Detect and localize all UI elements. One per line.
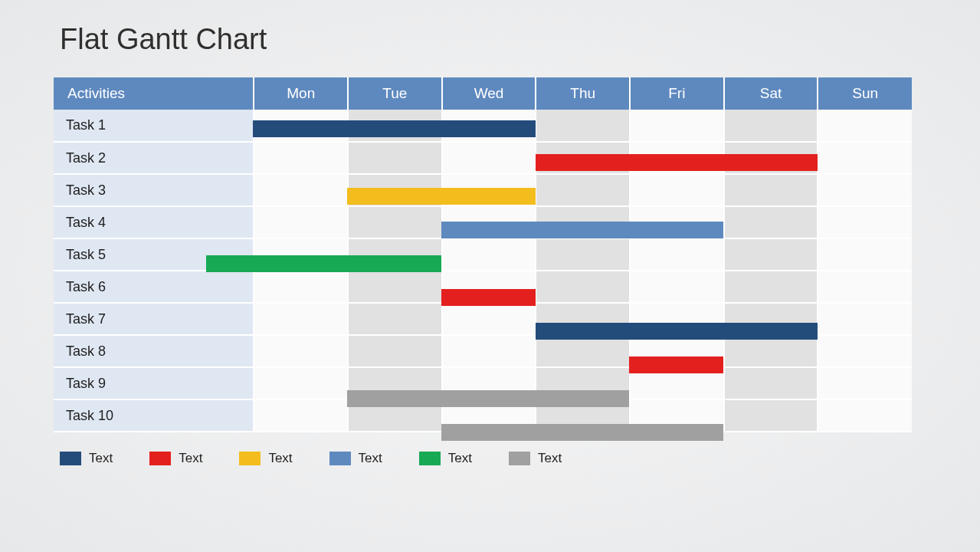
- table-row: Task 10: [54, 399, 912, 432]
- legend-item: Text: [509, 451, 562, 466]
- legend-label: Text: [359, 451, 382, 466]
- day-cell: [348, 367, 442, 399]
- table-row: Task 3: [54, 174, 912, 206]
- legend-item: Text: [149, 451, 202, 466]
- legend-swatch: [419, 452, 441, 465]
- task-label: Task 7: [54, 303, 254, 335]
- day-cell: [724, 110, 818, 142]
- day-cell: [536, 238, 630, 271]
- day-cell: [254, 238, 348, 271]
- task-label: Task 10: [54, 399, 254, 432]
- header-day: Fri: [630, 77, 724, 110]
- day-cell: [724, 367, 818, 399]
- day-cell: [818, 271, 912, 303]
- day-cell: [724, 142, 818, 174]
- legend-label: Text: [268, 451, 292, 466]
- day-cell: [536, 110, 630, 142]
- table-row: Task 1: [54, 110, 912, 142]
- task-label: Task 3: [54, 174, 254, 206]
- day-cell: [442, 142, 536, 174]
- day-cell: [818, 174, 912, 206]
- legend-swatch: [149, 452, 171, 465]
- legend-label: Text: [538, 451, 562, 466]
- task-label: Task 2: [54, 142, 254, 174]
- day-cell: [254, 399, 348, 432]
- day-cell: [254, 271, 348, 303]
- legend: TextTextTextTextTextText: [60, 451, 926, 466]
- task-label: Task 4: [54, 206, 254, 238]
- header-activities: Activities: [54, 77, 254, 110]
- legend-label: Text: [448, 451, 472, 466]
- legend-swatch: [60, 452, 81, 465]
- legend-item: Text: [329, 451, 382, 466]
- task-label: Task 8: [54, 335, 254, 367]
- day-cell: [630, 335, 724, 367]
- day-cell: [724, 174, 818, 206]
- legend-label: Text: [89, 451, 113, 466]
- day-cell: [818, 206, 912, 238]
- day-cell: [348, 399, 442, 432]
- legend-swatch: [509, 452, 530, 465]
- header-day: Wed: [442, 77, 536, 110]
- table-row: Task 7: [54, 303, 912, 335]
- day-cell: [630, 303, 724, 335]
- legend-item: Text: [239, 451, 292, 466]
- day-cell: [724, 303, 818, 335]
- day-cell: [348, 303, 442, 335]
- day-cell: [630, 206, 724, 238]
- gantt-table: Activities Mon Tue Wed Thu Fri Sat Sun T…: [54, 77, 912, 432]
- day-cell: [442, 238, 536, 271]
- day-cell: [442, 335, 536, 367]
- gantt-header-row: Activities Mon Tue Wed Thu Fri Sat Sun: [54, 77, 912, 110]
- day-cell: [630, 110, 724, 142]
- day-cell: [254, 174, 348, 206]
- day-cell: [348, 238, 442, 271]
- day-cell: [630, 238, 724, 271]
- header-day: Sun: [818, 77, 912, 110]
- day-cell: [442, 206, 536, 238]
- day-cell: [442, 174, 536, 206]
- task-label: Task 6: [54, 271, 254, 303]
- day-cell: [818, 335, 912, 367]
- day-cell: [254, 335, 348, 367]
- day-cell: [442, 271, 536, 303]
- day-cell: [724, 271, 818, 303]
- day-cell: [818, 367, 912, 399]
- day-cell: [724, 335, 818, 367]
- table-row: Task 9: [54, 367, 912, 399]
- day-cell: [348, 335, 442, 367]
- day-cell: [818, 110, 912, 142]
- day-cell: [724, 206, 818, 238]
- day-cell: [536, 206, 630, 238]
- header-day: Mon: [254, 77, 348, 110]
- day-cell: [818, 238, 912, 271]
- table-row: Task 8: [54, 335, 912, 367]
- day-cell: [254, 367, 348, 399]
- day-cell: [630, 271, 724, 303]
- day-cell: [630, 367, 724, 399]
- day-cell: [442, 367, 536, 399]
- day-cell: [254, 142, 348, 174]
- header-day: Sat: [724, 77, 818, 110]
- day-cell: [818, 399, 912, 432]
- day-cell: [536, 399, 630, 432]
- legend-item: Text: [60, 451, 113, 466]
- day-cell: [630, 399, 724, 432]
- legend-swatch: [239, 452, 261, 465]
- day-cell: [818, 303, 912, 335]
- day-cell: [442, 303, 536, 335]
- day-cell: [348, 174, 442, 206]
- task-label: Task 5: [54, 238, 254, 271]
- day-cell: [348, 271, 442, 303]
- legend-item: Text: [419, 451, 472, 466]
- day-cell: [630, 142, 724, 174]
- day-cell: [536, 303, 630, 335]
- table-row: Task 6: [54, 271, 912, 303]
- day-cell: [348, 110, 442, 142]
- gantt-chart: Activities Mon Tue Wed Thu Fri Sat Sun T…: [54, 77, 912, 432]
- day-cell: [536, 367, 630, 399]
- legend-swatch: [329, 452, 351, 465]
- day-cell: [630, 174, 724, 206]
- header-day: Thu: [536, 77, 630, 110]
- day-cell: [442, 399, 536, 432]
